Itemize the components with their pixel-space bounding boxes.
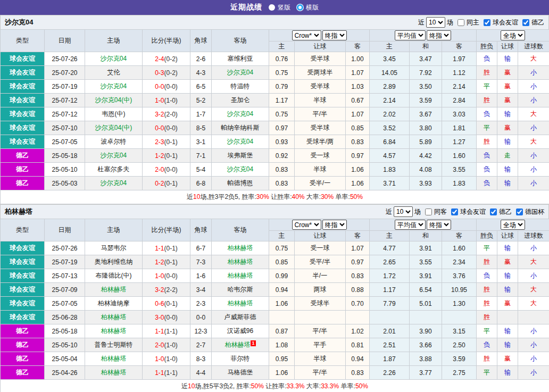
cell-score: 2-4(0-2) <box>143 52 190 66</box>
cell-score: 2-0(1-0) <box>143 338 190 352</box>
cell-avg-draw-odds: 3.90 <box>410 324 442 338</box>
score-halftime: (1-0) <box>164 341 178 349</box>
cell-score: 1-2(0-1) <box>143 255 190 269</box>
average-select[interactable]: 平均值 <box>395 30 426 40</box>
cell-home-team: 沙尔克04 <box>85 80 143 94</box>
cell-date: 25-07-19 <box>45 255 85 269</box>
cell-handicap-away-odds: 0.81 <box>346 338 370 352</box>
cell-corner: 3-4 <box>190 283 212 297</box>
same-venue-checkbox[interactable] <box>457 19 464 26</box>
cell-avg-draw-odds: 4.08 <box>410 163 442 177</box>
away-team-name: 沙尔克04 <box>227 69 253 76</box>
away-team-name: 沙尔克04 <box>227 138 253 145</box>
cell-league-badge: 球会友谊 <box>1 135 45 149</box>
radio-vertical[interactable]: 竖版 <box>269 3 290 12</box>
team-section-title: 沙尔克04 <box>5 18 33 27</box>
cell-date: 25-05-10 <box>45 163 85 177</box>
avg-final-index-select[interactable]: 终指 <box>427 30 451 40</box>
cell-away-team: 沙尔克04 <box>212 135 269 149</box>
same-venue-label: 同主 <box>467 18 479 27</box>
cell-handicap-away-odds: 0.85 <box>346 121 370 135</box>
cell-handicap-line: 平/半 <box>295 107 346 121</box>
cell-handicap-home-odds: 0.76 <box>269 52 295 66</box>
league-checkbox[interactable] <box>484 19 490 26</box>
avg-final-index-select[interactable]: 终指 <box>427 220 451 230</box>
cell-handicap-line: 受一球 <box>295 241 346 255</box>
cell-handicap-home-odds: 1.06 <box>269 297 295 311</box>
average-select[interactable]: 平均值 <box>395 220 426 230</box>
cell-result-goals: 小 <box>518 338 549 352</box>
cell-avg-away-odds: 10.95 <box>442 283 477 297</box>
crow-subcol-header: 让球 <box>295 41 346 52</box>
cell-avg-away-odds: 2.84 <box>442 94 477 107</box>
scope-select[interactable]: 全场 <box>501 220 525 230</box>
summary-segment: 单率: <box>339 382 355 390</box>
cell-score: 1-2(0-1) <box>143 149 190 163</box>
radio-horizontal[interactable]: 横版 <box>297 3 319 12</box>
match-row: 球会友谊25-07-19沙尔克040-0(0-0)6-5特温特0.79受半球1.… <box>1 80 549 94</box>
cell-score: 1-1(1-1) <box>143 366 190 380</box>
score-halftime: (2-0) <box>164 111 178 118</box>
cell-home-team: 沙尔克04(中) <box>85 121 143 135</box>
cell-corner: 7-3 <box>190 255 212 269</box>
cell-avg-home-odds: 4.77 <box>370 241 410 255</box>
cell-handicap-home-odds: 0.92 <box>269 149 295 163</box>
match-count-select[interactable]: 10 <box>426 17 445 28</box>
cell-score: 1-0(1-0) <box>143 352 190 366</box>
summary-segment: 10 <box>193 193 200 201</box>
same-venue-checkbox[interactable] <box>425 208 432 215</box>
cell-away-team: 柏林赫塔 <box>212 297 269 311</box>
cell-handicap-home-odds: 0.79 <box>269 80 295 94</box>
summary-segment: 场,胜5平3负2, 胜率: <box>195 382 251 390</box>
away-team-name: 塞维利亚 <box>228 55 253 62</box>
crow-final-index-select[interactable]: 终指 <box>322 30 347 40</box>
score-fulltime: 1-0 <box>155 97 164 104</box>
away-team-name: 柏林赫塔 <box>228 258 253 265</box>
league-checkbox[interactable] <box>516 208 523 215</box>
result-subcol-header: 胜负 <box>477 41 497 52</box>
cell-corner: 5-4 <box>190 163 212 177</box>
match-count-select[interactable]: 10 <box>394 206 413 217</box>
cell-avg-draw-odds: 3.91 <box>410 241 442 255</box>
cell-result-goals: 大 <box>518 297 549 311</box>
cell-avg-away-odds: 3.76 <box>442 269 477 283</box>
bookmaker-select[interactable]: Crow* <box>292 30 321 40</box>
summary-segment: 近 <box>181 382 188 390</box>
scope-select[interactable]: 全场 <box>501 30 525 40</box>
cell-result-goals <box>518 311 549 324</box>
league-checkbox[interactable] <box>451 208 458 215</box>
league-checkbox[interactable] <box>490 208 497 215</box>
cell-away-team: 埃弗斯堡 <box>212 149 269 163</box>
cell-result-handicap: 输 <box>497 107 518 121</box>
cell-away-team: 帕纳辛纳科斯 <box>212 121 269 135</box>
summary-row: 近10场,胜3平2负5, 胜率:30% 让胜率:40% 大率:30% 单率:50… <box>1 190 549 204</box>
crow-final-index-select[interactable]: 终指 <box>322 220 347 230</box>
radio-vertical-label: 竖版 <box>278 3 290 12</box>
near-label: 近 <box>418 18 425 27</box>
result-subcol-header: 进球数 <box>518 231 549 241</box>
cell-avg-home-odds: 3.45 <box>370 52 410 66</box>
cell-handicap-home-odds: 0.93 <box>269 135 295 149</box>
score-halftime: (0-0) <box>164 166 178 173</box>
score-halftime: (0-1) <box>164 300 178 307</box>
cell-handicap-line: 受半球 <box>295 121 346 135</box>
cell-avg-draw-odds: 3.91 <box>410 269 442 283</box>
avg-subcol-header: 主 <box>370 231 410 241</box>
cell-avg-draw-odds: 7.92 <box>410 66 442 80</box>
cell-avg-away-odds: 1.81 <box>442 121 477 135</box>
league-checkbox[interactable] <box>522 19 529 26</box>
cell-avg-home-odds: 1.17 <box>370 283 410 297</box>
score-halftime: (1-1) <box>164 328 178 335</box>
bookmaker-select[interactable]: Crow* <box>292 220 321 230</box>
score-fulltime: 2-3 <box>155 138 164 146</box>
cell-avg-draw-odds: 3.50 <box>410 80 442 94</box>
cell-home-team: 柏林赫塔 <box>85 366 143 380</box>
cell-result-wdl: 胜 <box>477 66 497 80</box>
cell-home-team: 柏林赫塔 <box>85 311 143 324</box>
cell-score: 2-0(0-0) <box>143 163 190 177</box>
cell-corner: 6-7 <box>190 241 212 255</box>
games-label: 场 <box>447 18 453 27</box>
cell-avg-home-odds: 1.83 <box>370 163 410 177</box>
score-fulltime: 0-2 <box>155 180 164 187</box>
cell-avg-away-odds: 2.50 <box>442 338 477 352</box>
